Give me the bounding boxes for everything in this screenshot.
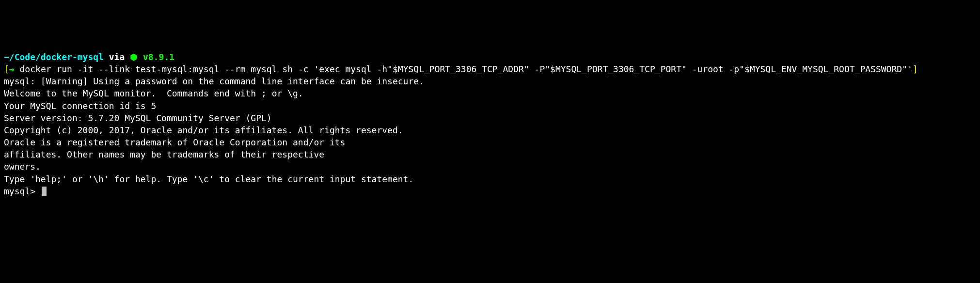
via-label: via [104, 52, 130, 62]
output-line-welcome: Welcome to the MySQL monitor. Commands e… [4, 87, 976, 99]
cwd-path: ~/Code/docker-mysql [4, 52, 104, 62]
mysql-prompt-line[interactable]: mysql> [4, 185, 976, 197]
output-line-trademark-2: affiliates. Other names may be trademark… [4, 148, 976, 160]
output-line-connection-id: Your MySQL connection id is 5 [4, 100, 976, 112]
output-line-trademark-3: owners. [4, 160, 976, 173]
prompt-arrow-icon: → [9, 64, 20, 74]
output-line-copyright: Copyright (c) 2000, 2017, Oracle and/or … [4, 124, 976, 136]
output-line-server-version: Server version: 5.7.20 MySQL Community S… [4, 112, 976, 124]
output-line-warning: mysql: [Warning] Using a password on the… [4, 75, 976, 87]
mysql-prompt: mysql> [4, 186, 41, 196]
output-line-trademark-1: Oracle is a registered trademark of Orac… [4, 136, 976, 148]
cursor-icon [42, 187, 47, 196]
bracket-open: [ [4, 64, 9, 74]
node-hex-icon: ⬢ [130, 51, 138, 63]
command-text: docker run -it --link test-mysql:mysql -… [20, 64, 913, 74]
bracket-close: ] [913, 64, 918, 74]
node-version: v8.9.1 [138, 52, 174, 62]
output-line-help: Type 'help;' or '\h' for help. Type '\c'… [4, 173, 976, 185]
command-line[interactable]: [→ docker run -it --link test-mysql:mysq… [4, 63, 976, 75]
shell-prompt-line: ~/Code/docker-mysql via ⬢ v8.9.1 [4, 51, 976, 63]
